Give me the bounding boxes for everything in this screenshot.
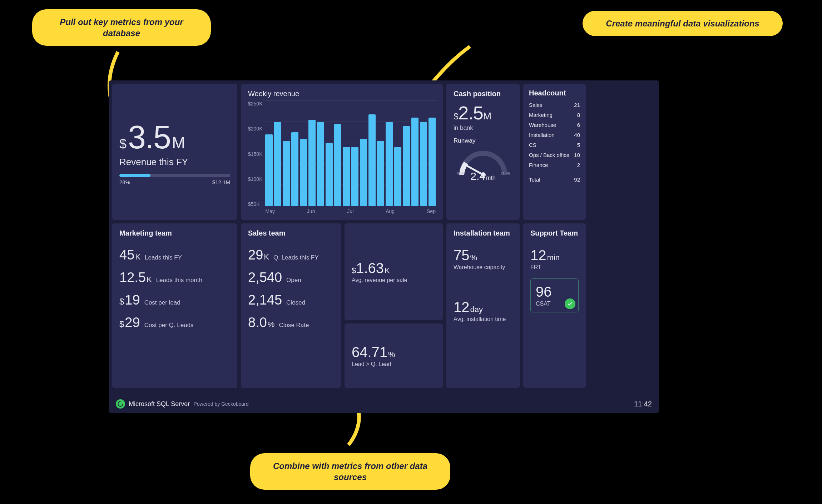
headcount-title: Headcount [529,89,580,97]
chart-title: Weekly revenue [248,90,436,98]
headcount-card: Headcount Sales21Marketing8Warehouse6Ins… [523,84,586,220]
headcount-row: Installation40 [529,130,580,140]
revenue-prefix: $ [119,137,127,152]
check-icon [565,298,575,309]
progress-pct: 28% [119,179,130,185]
headcount-row: Finance2 [529,160,580,170]
footer-clock: 11:42 [634,400,652,408]
bar [429,118,436,206]
headcount-row: Ops / Back office10 [529,150,580,160]
bar [291,132,298,206]
support-title: Support Team [530,229,579,237]
progress-fill [119,174,150,177]
bar [274,122,281,206]
bar [334,124,341,206]
footer-powered: Powered by Geckoboard [193,401,248,407]
footer-source: Microsoft SQL Server [129,400,190,408]
revenue-card: $ 3.5 M Revenue this FY 28% $12.1M [112,84,237,220]
weekly-revenue-card: Weekly revenue $250K $200K $150K $100K $… [241,84,443,220]
dashboard: $ 3.5 M Revenue this FY 28% $12.1M Weekl… [109,80,659,413]
bar [386,122,393,206]
bar [283,141,290,206]
bar [411,118,419,206]
cash-title: Cash position [454,90,512,98]
x-axis: May Jun Jul Aug Sep [265,206,436,214]
bar [403,126,410,206]
headcount-row: Warehouse6 [529,120,580,130]
progress-target: $12.1M [212,179,230,185]
bar [308,120,316,206]
bar [300,139,307,206]
marketing-title: Marketing team [119,229,230,237]
progress-track [119,174,230,177]
install-title: Installation team [454,229,512,237]
csat-box: 96 CSAT [530,278,579,312]
annotation-2: Create meaningful data visualizations [583,11,783,36]
headcount-row: Sales21 [529,100,580,110]
sales-card: Sales team 29KQ. Leads this FY 2,540Open… [241,223,341,388]
bar [351,147,358,206]
bar [360,139,367,206]
bar-chart [265,101,436,206]
revenue-value: 3.5 [128,119,170,156]
annotation-3: Combine with metrics from other data sou… [250,453,450,490]
sales-title: Sales team [248,229,334,237]
revenue-suffix: M [172,134,185,152]
bar [394,147,401,206]
bar [368,114,376,206]
headcount-row: CS5 [529,140,580,150]
avg-revenue-card: $ 1.63 K Avg. revenue per sale [345,223,443,320]
bar [265,134,272,206]
runway-gauge: 0mth 12mth 2.4 mth [456,148,510,177]
runway-title: Runway [454,137,512,144]
bar [343,147,350,206]
cash-sublabel: in bank [454,124,512,132]
lead-conversion-card: 64.71 % Lead > Q. Lead [345,323,443,388]
cash-position-card: Cash position $ 2.5 M in bank Runway 0mt… [446,84,520,220]
bar [377,141,384,206]
source-icon [116,399,125,409]
bar [326,143,333,206]
headcount-row: Marketing8 [529,110,580,120]
annotation-1: Pull out key metrics from your database [32,9,211,46]
dashboard-footer: Microsoft SQL Server Powered by Geckoboa… [116,399,652,409]
bar [317,122,324,206]
support-card: Support Team 12min FRT 96 CSAT [523,223,586,388]
y-axis: $250K $200K $150K $100K $50K [248,101,265,214]
marketing-card: Marketing team 45KLeads this FY 12.5KLea… [112,223,237,388]
installation-card: Installation team 75% Warehouse capacity… [446,223,520,388]
bar [420,122,427,206]
revenue-label: Revenue this FY [119,157,230,168]
